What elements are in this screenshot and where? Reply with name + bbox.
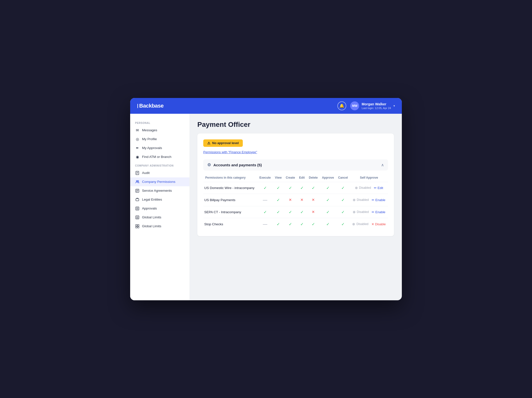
profile-icon: ◎ (135, 137, 140, 141)
permission-name: US Domestic Wire - intracompany (203, 182, 257, 194)
check-icon: ✓ (264, 186, 267, 190)
table-row: US Domestic Wire - intracompany ✓ ✓ ✓ ✓ … (203, 182, 388, 194)
cross-icon: ✕ (312, 210, 315, 214)
create-cell: ✓ (284, 182, 297, 194)
user-last-login: Last login: 12:05, Apr 24 (362, 107, 391, 110)
edit-cell: ✓ (297, 206, 307, 218)
approve-cell: ✓ (320, 194, 336, 206)
user-menu[interactable]: MW Morgan Walker Last login: 12:05, Apr … (350, 101, 395, 110)
create-cell: ✓ (284, 206, 297, 218)
sidebar-item-label: Audit (142, 171, 150, 175)
sidebar-item-find-atm[interactable]: ◉ Find ATM or Branch (130, 152, 189, 161)
screen: | Backbase 🔔 MW Morgan Walker Last login… (130, 98, 402, 300)
check-icon: ✓ (277, 222, 280, 226)
sidebar-item-messages[interactable]: ✉ Messages (130, 126, 189, 135)
col-permission: Permissions in this category (203, 174, 257, 182)
dash-icon: — (263, 222, 267, 227)
cancel-cell: ✓ (336, 182, 350, 194)
check-icon: ✓ (312, 222, 315, 226)
sidebar-item-company-permissions[interactable]: Company Permissions (130, 177, 189, 186)
view-cell: ✓ (273, 182, 284, 194)
notification-button[interactable]: 🔔 (337, 101, 346, 110)
col-self-approve: Self Approve (350, 174, 388, 182)
approve-cell: ✓ (320, 182, 336, 194)
view-cell: ✓ (273, 194, 284, 206)
category-header[interactable]: ⚙ Accounts and payments (5) ∧ (203, 159, 388, 171)
service-agreements-icon (135, 189, 140, 193)
global-limits-1-icon (135, 215, 140, 220)
sidebar-item-label: Global Limits (142, 215, 161, 219)
sidebar-item-audit[interactable]: Audit (130, 169, 189, 177)
cancel-cell: ✓ (336, 218, 350, 230)
approval-badge: ⚠ No approval level (203, 139, 243, 147)
check-icon: ✓ (341, 186, 345, 190)
company-section-label: COMPANY ADMINISTRATION (130, 161, 189, 169)
check-icon: ✓ (277, 186, 280, 190)
execute-cell: — (257, 218, 273, 230)
delete-cell: ✓ (307, 182, 320, 194)
check-icon: ✓ (326, 210, 329, 214)
check-icon: ✓ (326, 198, 329, 202)
create-cell: ✕ (284, 194, 297, 206)
check-icon: ✓ (289, 222, 292, 226)
user-text: Morgan Walker Last login: 12:05, Apr 24 (362, 102, 391, 109)
disabled-icon: ⊗ (353, 210, 356, 214)
approvals-icon: ✒ (135, 146, 140, 150)
avatar: MW (350, 101, 359, 110)
action-enable-button[interactable]: ✏ Enable (372, 210, 385, 214)
sidebar-item-global-limits-2[interactable]: Global Limits (130, 222, 189, 231)
company-permissions-icon (135, 180, 140, 184)
sidebar-item-label: My Profile (142, 137, 157, 141)
col-delete: Delete (307, 174, 320, 182)
collapse-icon[interactable]: ∧ (381, 163, 384, 167)
check-icon: ✓ (277, 210, 280, 214)
check-icon: ✓ (341, 198, 345, 202)
sidebar-item-my-profile[interactable]: ◎ My Profile (130, 135, 189, 144)
disabled-label: ⊗ Disabled (355, 186, 371, 190)
delete-cell: ✕ (307, 206, 320, 218)
sidebar-item-approvals[interactable]: Approvals (130, 204, 189, 213)
permission-name: SEPA CT - Intracompany (203, 206, 257, 218)
action-enable-button[interactable]: ✏ Enable (372, 198, 385, 202)
check-icon: ✓ (341, 222, 345, 226)
sidebar-item-label: Global Limits (142, 224, 161, 228)
disabled-icon: ⊗ (353, 198, 356, 202)
logo-text: Backbase (139, 103, 164, 109)
cancel-cell: ✓ (336, 206, 350, 218)
edit-cell: ✓ (297, 182, 307, 194)
audit-icon (135, 171, 140, 175)
col-create: Create (284, 174, 297, 182)
self-approve-cell: ⊗ Disabled ✏ Edit (350, 182, 388, 194)
create-cell: ✓ (284, 218, 297, 230)
col-execute: Execute (257, 174, 273, 182)
svg-rect-22 (138, 227, 139, 228)
disabled-label: ⊗ Disabled (352, 222, 368, 226)
view-cell: ✓ (273, 206, 284, 218)
approvals2-icon (135, 206, 140, 211)
check-icon: ✓ (326, 222, 329, 226)
action-edit-button[interactable]: ✏ Edit (374, 186, 383, 190)
sidebar-item-label: Service Agreements (142, 189, 172, 192)
check-icon: ✓ (289, 210, 292, 214)
main-content: Payment Officer ⚠ No approval level Perm… (189, 114, 402, 300)
disabled-label: ⊗ Disabled (353, 210, 369, 214)
sidebar-item-global-limits-1[interactable]: Global Limits (130, 213, 189, 222)
finance-employee-link[interactable]: Permissions with "Finance Employee" (203, 150, 388, 154)
sidebar-item-my-approvals[interactable]: ✒ My Approvals (130, 144, 189, 152)
sidebar-item-label: Find ATM or Branch (142, 155, 171, 159)
approve-cell: ✓ (320, 206, 336, 218)
permission-name: US Billpay Payments (203, 194, 257, 206)
table-row: Stop Checks — ✓ ✓ ✓ ✓ ✓ ✓ ⊗ Disabled ✕ D… (203, 218, 388, 230)
sidebar-item-service-agreements[interactable]: Service Agreements (130, 186, 189, 195)
svg-rect-20 (138, 225, 139, 226)
table-row: SEPA CT - Intracompany ✓ ✓ ✓ ✓ ✕ ✓ ✓ ⊗ D… (203, 206, 388, 218)
page-title: Payment Officer (197, 121, 394, 129)
sidebar-item-legal-entities[interactable]: Legal Entities (130, 195, 189, 204)
gear-icon: ⚙ (207, 162, 211, 168)
self-approve-cell: ⊗ Disabled ✏ Enable (350, 194, 388, 206)
svg-point-5 (138, 180, 139, 182)
personal-section-label: PERSONAL (130, 119, 189, 126)
action-disable-button[interactable]: ✕ Disable (371, 222, 386, 226)
sidebar-item-label: Approvals (142, 207, 157, 210)
table-row: US Billpay Payments — ✓ ✕ ✕ ✕ ✓ ✓ ⊗ Disa… (203, 194, 388, 206)
